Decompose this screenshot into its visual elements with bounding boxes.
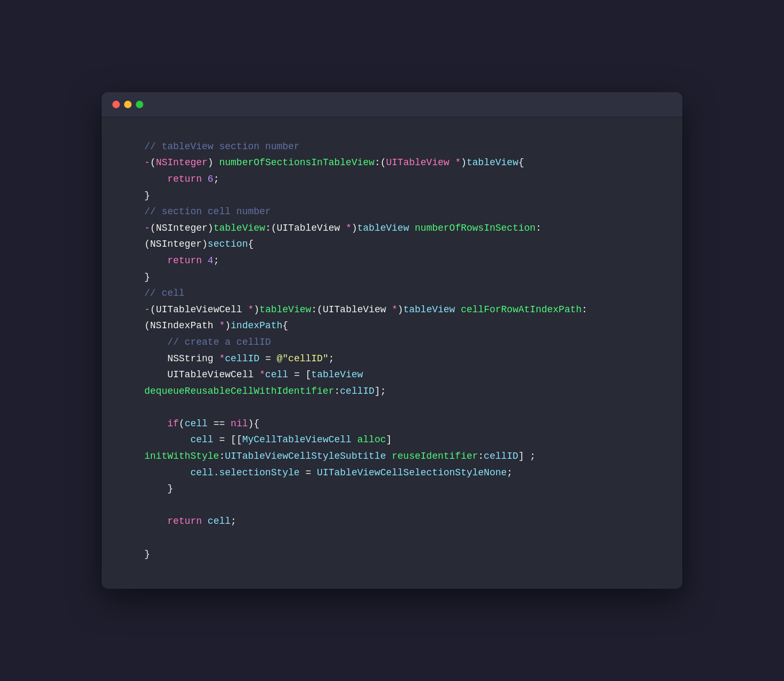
close-button[interactable]: [112, 101, 120, 108]
code-line-6: -(NSInteger)tableView:(UITableView *)tab…: [144, 223, 541, 233]
comment-2: // section cell number: [144, 206, 271, 217]
minimize-button[interactable]: [124, 101, 132, 108]
code-line-13: // create a cellID: [144, 337, 271, 347]
comment-3: // cell: [144, 288, 185, 298]
code-line-2: -(NSInteger) numberOfSectionsInTableView…: [144, 157, 524, 168]
comment-1: // tableView section number: [144, 141, 300, 152]
code-line-18: if(cell == nil){: [144, 418, 259, 429]
code-line-9: }: [144, 272, 150, 282]
code-line-24: return cell;: [144, 516, 236, 526]
code-editor[interactable]: // tableView section number -(NSInteger)…: [102, 117, 682, 589]
code-line-14: NSString *cellID = @"cellID";: [144, 353, 334, 364]
code-line-15: UITableViewCell *cell = [tableView: [144, 369, 363, 380]
code-line-19: cell = [[MyCellTableViewCell alloc]: [144, 434, 392, 445]
code-line-16: dequeueReusableCellWithIdentifier: [144, 386, 334, 396]
maximize-button[interactable]: [136, 101, 143, 108]
code-line-7: (NSInteger)section{: [144, 239, 254, 249]
code-line-22: }: [144, 483, 173, 494]
code-line-11: -(UITableViewCell *)tableView:(UITableVi…: [144, 304, 587, 315]
code-line-3: return 6;: [144, 174, 219, 184]
code-line-26: }: [144, 549, 150, 560]
code-line-21: cell.selectionStyle = UITableViewCellSel…: [144, 467, 512, 478]
code-line-8: return 4;: [144, 255, 219, 266]
code-window: // tableView section number -(NSInteger)…: [102, 92, 682, 589]
code-line-4: }: [144, 190, 150, 201]
code-line-20: initWithStyle: [144, 451, 219, 461]
titlebar: [102, 92, 682, 117]
code-line-12: (NSIndexPath *)indexPath{: [144, 320, 288, 331]
